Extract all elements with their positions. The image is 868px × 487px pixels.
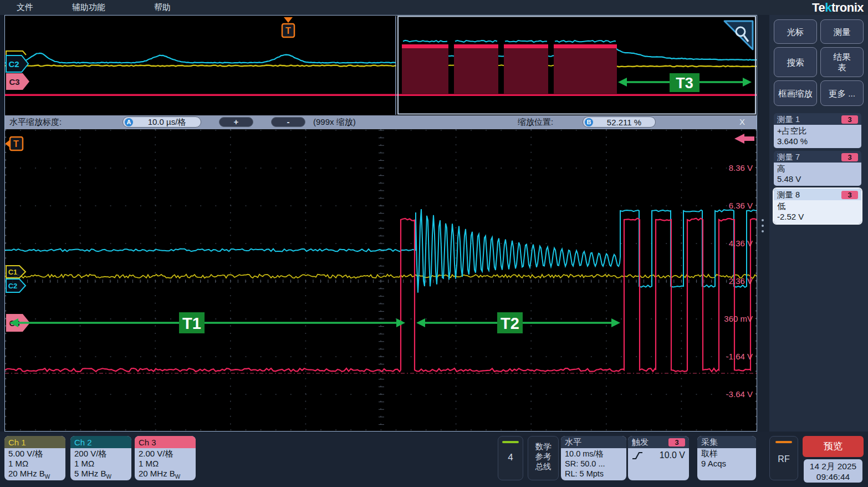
measurement-badge-1[interactable]: 测量 13 +占空比3.640 %	[774, 113, 861, 148]
channel-name: Ch 3	[139, 438, 192, 447]
rf-label: RF	[770, 454, 798, 464]
trigger-badge[interactable]: 触发3 10.0 V	[628, 436, 689, 480]
main-trigger-marker[interactable]: T	[5, 137, 23, 150]
more-button[interactable]: 更多 ...	[820, 80, 864, 106]
voltage-label: 2.36 V	[729, 276, 753, 286]
overview-trigger-letter: T	[285, 26, 291, 35]
overview-trigger-marker[interactable]: T	[282, 17, 294, 37]
ref-label: 参考	[528, 452, 558, 461]
t2-annotation: T2	[416, 312, 620, 333]
date: 14 2月 2025	[804, 461, 862, 471]
source-badge: 3	[841, 153, 858, 161]
t3-label: T3	[676, 75, 693, 92]
rising-edge-icon	[632, 451, 643, 460]
voltage-label: 6.36 V	[729, 201, 753, 210]
acquisition-title: 采集	[701, 437, 752, 448]
channel-bandwidth: 20 MHz BW	[139, 469, 192, 480]
t2-label: T2	[501, 314, 519, 332]
oscilloscope-screen: 文件 辅助功能 帮助 Tektronix T	[0, 0, 868, 487]
voltage-label: 8.36 V	[729, 163, 753, 173]
measurement-badge-7[interactable]: 测量 73 高5.48 V	[774, 151, 861, 186]
channel-impedance: 1 MΩ	[139, 459, 192, 469]
overview-c2-label: C2	[8, 59, 19, 69]
channel-scale: 2.00 V/格	[139, 449, 192, 459]
drag-handle-icon[interactable]	[762, 219, 765, 236]
zoom-position-value: 52.211 %	[593, 118, 655, 127]
zoom-out-button[interactable]: -	[271, 117, 305, 127]
graticule-grid	[5, 129, 757, 431]
draw-zoom-button[interactable]: 框画缩放	[774, 80, 817, 106]
measurement-name: 高	[777, 163, 858, 174]
channel-3-badge[interactable]: Ch 3 2.00 V/格 1 MΩ 20 MHz BW	[135, 436, 196, 480]
time: 09:46:44	[804, 471, 862, 482]
acquisition-mode: 取样	[701, 449, 752, 459]
knob-a-icon: A	[125, 118, 133, 126]
zoom-position-knob[interactable]: B 52.211 %	[583, 116, 656, 128]
preview-button[interactable]: 预览	[803, 436, 864, 457]
knob-b-icon: B	[585, 118, 593, 126]
main-trigger-letter: T	[13, 139, 19, 149]
measure-button[interactable]: 测量	[820, 19, 864, 44]
menu-bar: 文件 辅助功能 帮助 Tektronix	[0, 0, 868, 15]
menu-help[interactable]: 帮助	[154, 2, 171, 13]
rf-button[interactable]: RF	[769, 436, 798, 480]
main-waveforms	[5, 209, 757, 372]
menu-file[interactable]: 文件	[17, 2, 33, 13]
main-c2-label: C2	[8, 282, 18, 290]
zoom-overview-icon[interactable]	[724, 21, 753, 49]
channel-4-color-dash	[502, 441, 519, 443]
zoom-close-button[interactable]: X	[731, 117, 753, 126]
voltage-label: -1.64 V	[726, 352, 753, 361]
acquisition-badge[interactable]: 采集 取样 9 Acqs	[697, 436, 756, 480]
source-badge: 3	[841, 115, 858, 124]
source-badge: 3	[841, 191, 858, 199]
trigger-title: 触发	[632, 437, 668, 448]
t3-annotation: T3	[618, 73, 752, 92]
zoom-scale-knob[interactable]: A 10.0 µs/格	[122, 116, 201, 128]
t1-annotation: T1	[9, 312, 405, 333]
trigger-source-badge: 3	[668, 438, 685, 447]
main-c1-label: C1	[8, 268, 18, 276]
zoom-scale-value: 10.0 µs/格	[133, 117, 201, 128]
math-ref-bus-button[interactable]: 数学 参考 总线	[528, 436, 559, 480]
channel-bandwidth: 5 MHz BW	[74, 469, 127, 480]
waveform-overview[interactable]: T C2 C3 T3	[5, 16, 757, 115]
overview-channel-markers[interactable]: C2 C3	[6, 51, 29, 90]
zoom-factor-readout: (999x 缩放)	[313, 117, 356, 128]
rf-color-dash	[775, 441, 792, 443]
record-length: RL: 5 Mpts	[565, 469, 622, 479]
zoom-in-button[interactable]: +	[219, 117, 253, 127]
trigger-level-arrow[interactable]	[734, 134, 754, 144]
zoom-control-bar: 水平缩放标度: A 10.0 µs/格 + - (999x 缩放) 缩放位置: …	[5, 115, 757, 129]
channel-impedance: 1 MΩ	[8, 459, 62, 469]
trigger-level: 10.0 V	[646, 450, 685, 460]
measurement-value: -2.52 V	[777, 211, 858, 222]
measurement-name: +占空比	[777, 125, 858, 136]
measurement-value: 3.640 %	[777, 136, 858, 146]
zoom-scale-title: 水平缩放标度:	[9, 117, 62, 128]
zoom-position-title: 缩放位置:	[518, 117, 553, 128]
bus-label: 总线	[528, 461, 558, 471]
horizontal-title: 水平	[565, 437, 622, 448]
results-table-button[interactable]: 结果表	[820, 47, 864, 77]
channel-scale: 5.00 V/格	[8, 449, 62, 459]
measurement-value: 5.48 V	[777, 174, 858, 184]
t1-label: T1	[182, 314, 201, 332]
channel-4-button[interactable]: 4	[498, 436, 523, 480]
overview-waveforms	[5, 40, 757, 96]
channel-1-badge[interactable]: Ch 1 5.00 V/格 1 MΩ 20 MHz BW	[4, 436, 65, 480]
cursors-button[interactable]: 光标	[774, 19, 817, 44]
date-time: 14 2月 2025 09:46:44	[804, 459, 862, 483]
horizontal-badge[interactable]: 水平 10.0 ms/格 SR: 50.0 ... RL: 5 Mpts	[561, 436, 626, 480]
measurement-badge-8[interactable]: 测量 83 低-2.52 V	[774, 189, 861, 224]
sample-rate: SR: 50.0 ...	[565, 459, 622, 469]
search-button[interactable]: 搜索	[774, 47, 817, 77]
channel-bandwidth: 20 MHz BW	[8, 469, 62, 480]
menu-utility[interactable]: 辅助功能	[72, 2, 105, 13]
measurement-title: 测量 1	[777, 114, 841, 125]
voltage-label: 360 mV	[724, 314, 753, 323]
horizontal-scale: 10.0 ms/格	[565, 449, 622, 459]
channel-2-badge[interactable]: Ch 2 200 V/格 1 MΩ 5 MHz BW	[70, 436, 131, 480]
waveform-display[interactable]: T C1 C2 C3	[5, 129, 757, 431]
channel-name: Ch 1	[8, 438, 62, 447]
